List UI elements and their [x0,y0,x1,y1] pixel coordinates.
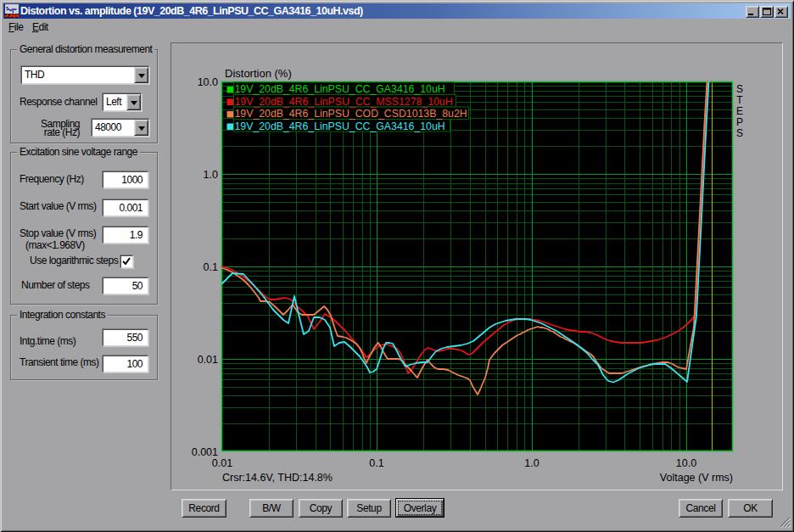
svg-text:19V_20dB_4R6_LinPSU_COD_CSD101: 19V_20dB_4R6_LinPSU_COD_CSD1013B_8u2H [235,108,467,120]
svg-text:T: T [736,94,743,106]
svg-text:Distortion (%): Distortion (%) [225,67,292,80]
svg-text:1.0: 1.0 [524,457,539,469]
svg-text:S: S [736,127,743,139]
svg-text:0.01: 0.01 [198,354,218,366]
svg-text:S: S [736,83,743,95]
svg-text:0.1: 0.1 [369,457,383,469]
svg-text:P: P [736,116,743,128]
svg-text:10.0: 10.0 [676,457,696,469]
svg-text:Voltage (V rms): Voltage (V rms) [660,472,733,484]
svg-text:19V_20dB_4R6_LinPSU_CC_GA3416_: 19V_20dB_4R6_LinPSU_CC_GA3416_10uH [235,83,445,95]
svg-text:19V_20dB_4R6_LinPSU_CC_GA3416_: 19V_20dB_4R6_LinPSU_CC_GA3416_10uH [235,120,445,132]
svg-text:10.0: 10.0 [198,76,218,88]
svg-text:19V_20dB_4R6_LinPSU_CC_MSS1278: 19V_20dB_4R6_LinPSU_CC_MSS1278_10uH [235,96,453,108]
svg-text:0.001: 0.001 [192,446,218,458]
svg-text:Crsr:14.6V, THD:14.8%: Crsr:14.6V, THD:14.8% [222,472,333,484]
svg-text:E: E [736,105,743,117]
svg-text:1.0: 1.0 [204,169,218,181]
svg-text:0.1: 0.1 [204,261,218,273]
svg-text:0.01: 0.01 [212,457,232,469]
